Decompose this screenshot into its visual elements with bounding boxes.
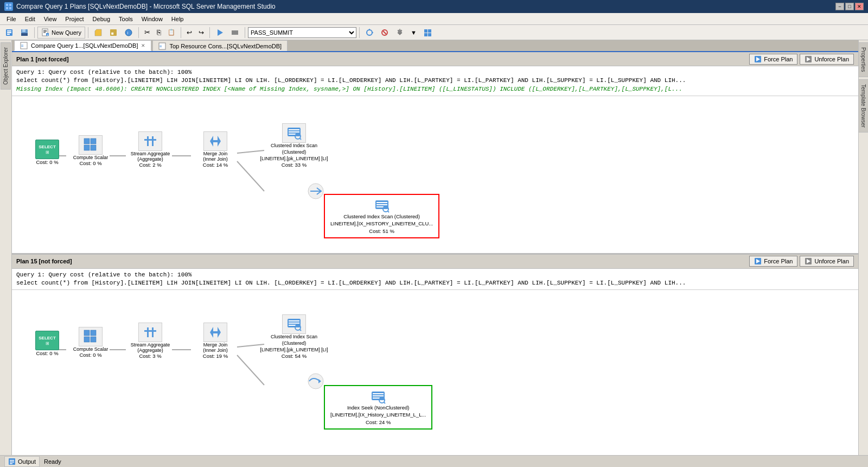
toolbar-redo[interactable]: ↪ [196, 27, 207, 39]
svg-rect-65 [376, 206, 384, 207]
plan-1-sql-line: select count(*) from [History].[LINEITEM… [16, 77, 854, 85]
plan-1-buttons: Force Plan Unforce Plan [749, 54, 854, 65]
plan-1-panel: Plan 1 [not forced] Force Plan [12, 52, 858, 255]
plan1-scan2-label: Clustered Index Scan (Clustered)LINEITEM… [330, 213, 433, 227]
close-button[interactable]: ✕ [855, 3, 864, 10]
svg-rect-10 [21, 33, 28, 36]
unforce-icon-15 [805, 257, 812, 265]
minimize-button[interactable]: − [835, 3, 844, 10]
output-label: Output [18, 458, 36, 465]
database-dropdown[interactable]: PASS_SUMMIT [248, 27, 356, 38]
svg-line-101 [384, 402, 386, 404]
sep3 [138, 27, 139, 38]
toolbar-new-db[interactable] [2, 27, 16, 39]
sidebar-properties[interactable]: Properties [858, 42, 868, 77]
toolbar-settings[interactable] [393, 27, 407, 39]
menu-bar: File Edit View Project Debug Tools Windo… [0, 13, 868, 25]
plan1-scan2-node: Clustered Index Scan (Clustered)LINEITEM… [324, 194, 439, 238]
svg-text:+: + [47, 33, 49, 36]
menu-project[interactable]: Project [61, 15, 88, 23]
svg-rect-105 [10, 463, 12, 464]
svg-rect-78 [84, 330, 90, 336]
restore-button[interactable]: □ [845, 3, 854, 10]
output-tab[interactable]: Output [4, 456, 40, 467]
toolbar-connect[interactable] [362, 27, 376, 39]
new-query-button[interactable]: + New Query [37, 27, 85, 39]
svg-rect-55 [213, 140, 218, 142]
plan15-seek-node: Index Seek (NonClustered)[LINEITEM].[IX_… [324, 385, 432, 430]
plan-1-force-button[interactable]: Force Plan [749, 54, 797, 65]
plan-1-title: Plan 1 [not forced] [16, 56, 69, 62]
plan-1-unforce-button[interactable]: Unforce Plan [800, 54, 854, 65]
svg-rect-81 [91, 337, 96, 342]
svg-rect-98 [373, 395, 384, 396]
disconnect-icon [380, 28, 389, 37]
plan15-scan1-cost: Cost: 54 % [282, 353, 307, 359]
toolbar-disconnect[interactable] [378, 27, 392, 39]
status-text: Ready [44, 458, 61, 465]
svg-rect-64 [376, 204, 387, 205]
svg-text:≡: ≡ [21, 43, 24, 48]
svg-rect-80 [84, 337, 90, 342]
title-bar-controls: − □ ✕ [835, 3, 864, 10]
menu-file[interactable]: File [2, 15, 21, 23]
toolbar-save[interactable] [17, 27, 31, 39]
toolbar-cut[interactable]: ✂ [142, 27, 153, 39]
plan1-scan2-cost: Cost: 51 % [369, 228, 394, 234]
toolbar-undo[interactable]: ↩ [184, 27, 195, 39]
svg-rect-6 [7, 32, 11, 33]
menu-tools[interactable]: Tools [114, 15, 137, 23]
tab-compare-query[interactable]: ≡ Compare Query 1...[SQLvNextDemoDB] ✕ [14, 40, 151, 51]
svg-rect-22 [232, 30, 238, 35]
menu-view[interactable]: View [40, 15, 61, 23]
menu-help[interactable]: Help [167, 15, 188, 23]
svg-line-67 [387, 211, 389, 213]
plan-15-unforce-button[interactable]: Unforce Plan [800, 256, 854, 267]
plan15-scan1-icon [282, 314, 306, 334]
svg-rect-46 [84, 138, 90, 144]
toolbar-more2[interactable] [420, 27, 435, 39]
menu-debug[interactable]: Debug [88, 15, 114, 23]
tab-close-1[interactable]: ✕ [141, 43, 145, 48]
menu-window[interactable]: Window [137, 15, 167, 23]
toolbar-debug1[interactable] [213, 27, 227, 39]
toolbar-copy[interactable]: ⎘ [154, 27, 164, 39]
toolbar-debug2[interactable] [228, 27, 242, 39]
toolbar-more1[interactable]: ▼ [408, 27, 419, 39]
tab-top-resource[interactable]: ≡ Top Resource Cons...[SQLvNextDemoDB] [152, 40, 288, 51]
output-icon [8, 458, 16, 465]
plan-15-diagram: SELECT ⊞ Cost: 0 % [12, 290, 858, 455]
toolbar-open[interactable] [91, 27, 105, 39]
svg-text:≡: ≡ [159, 44, 162, 49]
svg-rect-79 [91, 330, 96, 336]
menu-edit[interactable]: Edit [21, 15, 40, 23]
save-icon [20, 28, 29, 37]
sep6 [245, 27, 245, 38]
svg-rect-91 [289, 325, 296, 326]
plan15-scan1-node: Clustered Index Scan (Clustered)[LINEITE… [259, 314, 329, 359]
svg-rect-97 [373, 393, 384, 394]
toolbar-btn3[interactable]: i [122, 27, 136, 39]
toolbar-paste[interactable]: 📋 [165, 27, 178, 39]
connect-icon [365, 28, 374, 37]
plan15-scalar-icon [79, 327, 103, 346]
sep1 [34, 27, 35, 38]
sidebar-template-browser[interactable]: Template Browser [858, 79, 868, 132]
plan-15-sql-line: select count(*) from [History].[LINEITEM… [16, 279, 854, 287]
plan15-select-node: SELECT ⊞ Cost: 0 % [23, 331, 72, 356]
toolbar-btn2[interactable]: ■ [106, 27, 120, 39]
svg-rect-3 [9, 7, 11, 9]
plan1-scan1-cost: Cost: 33 % [282, 162, 307, 168]
plan-15-force-button[interactable]: Force Plan [749, 256, 797, 267]
force-icon-15 [754, 257, 762, 265]
tab-label-1: Compare Query 1...[SQLvNextDemoDB] [31, 42, 138, 49]
plan-1-missing-index: Missing Index (Impact 48.6606): CREATE N… [16, 85, 854, 93]
sidebar-left: Object Explorer [0, 40, 12, 455]
sidebar-object-explorer[interactable]: Object Explorer [1, 42, 11, 90]
svg-rect-52 [152, 136, 154, 146]
plan15-seek-icon [371, 389, 386, 405]
plan1-agg-node: Stream Aggregate(Aggregate) Cost: 2 % [123, 131, 177, 168]
svg-rect-49 [91, 145, 96, 150]
plan1-scan2-icon [374, 198, 390, 213]
plan15-seek-label: Index Seek (NonClustered)[LINEITEM].[IX_… [330, 405, 426, 418]
